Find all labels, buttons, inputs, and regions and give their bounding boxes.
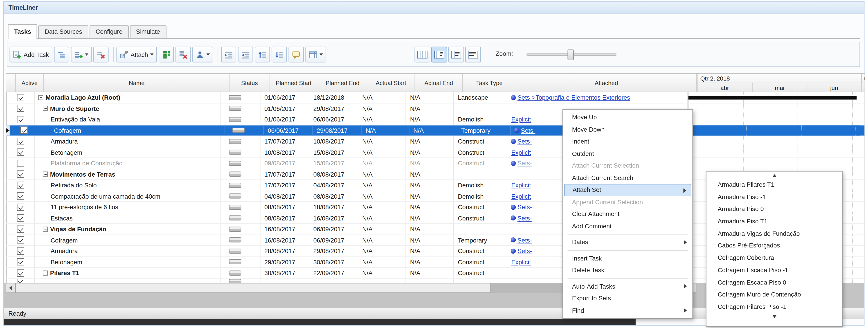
tab-data-sources[interactable]: Data Sources bbox=[38, 25, 88, 38]
table-row-moradia-lago-azul-root[interactable]: Moradia Lago Azul (Root)01/06/201718/12/… bbox=[6, 92, 865, 103]
name-cell[interactable]: Plataforma de Construção bbox=[35, 158, 221, 168]
attached-link[interactable]: Explicit bbox=[512, 149, 531, 156]
menu-item-export-to-sets[interactable]: Export to Sets bbox=[564, 292, 691, 305]
table-row-muro-de-suporte[interactable]: Muro de Suporte01/06/201729/08/2017N/AN/… bbox=[6, 103, 865, 114]
active-checkbox[interactable] bbox=[17, 160, 24, 167]
column-header-actual-start[interactable]: Actual Start bbox=[367, 74, 415, 92]
menu-item-outdent[interactable]: Outdent bbox=[564, 147, 691, 160]
name-cell[interactable]: Muro de Suporte bbox=[35, 103, 221, 113]
attach-button[interactable]: Attach bbox=[117, 47, 157, 63]
menu-item-indent[interactable]: Indent bbox=[564, 136, 691, 148]
view-mode-gantt-wide-button[interactable] bbox=[448, 47, 464, 63]
attached-link[interactable]: Sets- bbox=[518, 160, 532, 167]
name-cell[interactable]: 11 pré-esforços de 6 fios bbox=[35, 202, 221, 212]
table-row-cofragem[interactable]: Cofragem06/06/201729/08/2017N/AN/ATempor… bbox=[6, 125, 865, 136]
column-header-actual-end[interactable]: Actual End bbox=[415, 74, 463, 92]
attached-link[interactable]: Sets- bbox=[518, 215, 532, 221]
zoom-slider-track[interactable] bbox=[526, 54, 617, 56]
menu-item-move-down[interactable]: Move Down bbox=[564, 124, 691, 136]
name-cell[interactable]: Compactação de uma camada de 40cm bbox=[35, 191, 221, 201]
active-checkbox[interactable] bbox=[17, 279, 24, 283]
collapse-expander-icon[interactable] bbox=[38, 95, 43, 100]
name-cell[interactable]: Pilares T1 bbox=[35, 268, 221, 278]
insert-task-dropdown-button[interactable] bbox=[71, 47, 92, 63]
submenu-scroll-down[interactable] bbox=[708, 313, 841, 320]
submenu-item-cofragem-pilares-piso-1[interactable]: Cofragem Pilares Piso -1 bbox=[708, 301, 841, 313]
active-checkbox[interactable] bbox=[17, 138, 24, 145]
auto-add-tasks-button[interactable] bbox=[193, 47, 214, 63]
active-checkbox[interactable] bbox=[17, 247, 24, 255]
name-cell[interactable]: Armadura bbox=[35, 246, 221, 256]
table-row-armadura[interactable]: Armadura17/07/201710/08/2017N/AN/AConstr… bbox=[6, 136, 865, 147]
attached-link[interactable]: Sets- bbox=[518, 204, 532, 210]
name-cell[interactable]: Moradia Lago Azul (Root) bbox=[35, 92, 221, 103]
menu-item-auto-add-tasks[interactable]: Auto-Add Tasks bbox=[564, 280, 691, 292]
tab-configure[interactable]: Configure bbox=[90, 25, 129, 38]
table-row-betonagem[interactable]: Betonagem10/08/201715/08/2017N/AN/AConst… bbox=[6, 147, 865, 158]
active-checkbox[interactable] bbox=[17, 193, 24, 200]
table-row-entiva-o-da-vala[interactable]: Entivação da Vala01/06/201706/06/2017N/A… bbox=[6, 114, 865, 125]
gantt-cell[interactable] bbox=[691, 125, 860, 135]
menu-item-insert-task[interactable]: Insert Task bbox=[564, 252, 691, 264]
column-header-task-type[interactable]: Task Type bbox=[463, 74, 517, 92]
attached-link[interactable]: Explicit bbox=[512, 116, 531, 123]
gantt-cell[interactable] bbox=[688, 158, 857, 168]
gantt-cell[interactable] bbox=[688, 136, 857, 146]
clear-set-button[interactable] bbox=[176, 47, 191, 63]
tab-tasks[interactable]: Tasks bbox=[8, 24, 37, 39]
name-cell[interactable]: Cofragem bbox=[35, 235, 221, 245]
name-cell[interactable]: Vigas de Fundação bbox=[35, 224, 221, 234]
submenu-item-cofragem-cobertura[interactable]: Cofragem Cobertura bbox=[708, 252, 841, 264]
add-comment-button[interactable] bbox=[289, 47, 304, 63]
submenu-item-armadura-pilares-t1[interactable]: Armadura Pilares T1 bbox=[708, 179, 841, 191]
collapse-expander-icon[interactable] bbox=[43, 227, 48, 232]
attached-link[interactable]: Sets->Topografia e Elementos Exteriores bbox=[518, 94, 630, 101]
window-titlebar[interactable]: TimeLiner bbox=[4, 2, 864, 14]
column-header-attached[interactable]: Attached bbox=[516, 74, 697, 92]
attached-link[interactable]: Sets- bbox=[518, 138, 532, 145]
submenu-item-cofragem-muro-de-conten-o[interactable]: Cofragem Muro de Contenção bbox=[708, 289, 841, 301]
move-down-button[interactable] bbox=[272, 47, 287, 63]
menu-item-attach-set[interactable]: Attach Set bbox=[564, 184, 691, 196]
gantt-cell[interactable] bbox=[688, 147, 857, 158]
menu-item-attach-current-search[interactable]: Attach Current Search bbox=[564, 172, 691, 184]
name-cell[interactable]: Entivação da Vala bbox=[35, 114, 221, 125]
active-checkbox[interactable] bbox=[17, 258, 24, 266]
view-mode-tasks-only-button[interactable] bbox=[415, 47, 430, 63]
submenu-item-armadura-vigas-de-funda-o[interactable]: Armadura Vigas de Fundação bbox=[708, 228, 841, 240]
name-cell[interactable]: Armadura bbox=[35, 136, 221, 146]
collapse-expander-icon[interactable] bbox=[43, 270, 48, 275]
menu-item-find[interactable]: Find bbox=[564, 305, 691, 317]
gantt-cell[interactable] bbox=[688, 92, 857, 103]
submenu-item-cofragem-escada-piso-1[interactable]: Cofragem Escada Piso -1 bbox=[708, 264, 841, 276]
attached-link[interactable]: Explicit bbox=[512, 193, 531, 200]
column-header-planned-start[interactable]: Planned Start bbox=[270, 74, 318, 92]
column-header-planned-end[interactable]: Planned End bbox=[318, 74, 367, 92]
row-selector[interactable] bbox=[6, 125, 10, 135]
view-mode-split-button[interactable] bbox=[432, 47, 447, 63]
attached-link[interactable]: Sets- bbox=[518, 248, 532, 255]
outdent-button[interactable] bbox=[238, 47, 253, 63]
active-checkbox[interactable] bbox=[17, 170, 24, 178]
columns-dropdown-button[interactable] bbox=[306, 47, 327, 63]
submenu-item-cabos-pr-esfor-ados[interactable]: Cabos Pré-Esforçados bbox=[708, 240, 841, 252]
view-mode-gantt-only-button[interactable] bbox=[465, 47, 481, 63]
tab-simulate[interactable]: Simulate bbox=[130, 25, 166, 38]
delete-task-button[interactable] bbox=[93, 47, 109, 63]
submenu-item-cofragem-escada-piso-0[interactable]: Cofragem Escada Piso 0 bbox=[708, 276, 841, 289]
attached-link[interactable]: Explicit bbox=[512, 259, 531, 265]
active-checkbox[interactable] bbox=[17, 94, 24, 101]
column-header-status[interactable]: Status bbox=[230, 74, 270, 92]
collapse-expander-icon[interactable] bbox=[43, 172, 48, 177]
attached-link[interactable]: Sets- bbox=[518, 237, 532, 243]
column-header-name[interactable]: Name bbox=[44, 74, 230, 92]
menu-item-move-up[interactable]: Move Up bbox=[564, 111, 691, 124]
attached-link[interactable]: Sets- bbox=[521, 127, 535, 134]
collapse-expander-icon[interactable] bbox=[43, 106, 48, 111]
menu-item-clear-attachment[interactable]: Clear Attachment bbox=[564, 208, 691, 220]
zoom-slider-thumb[interactable] bbox=[568, 50, 574, 60]
attached-cell[interactable]: Sets->Topografia e Elementos Exteriores bbox=[507, 92, 688, 103]
indent-button[interactable] bbox=[221, 47, 237, 63]
gantt-cell[interactable] bbox=[688, 103, 857, 113]
add-task-button[interactable]: Add Task bbox=[10, 47, 53, 63]
